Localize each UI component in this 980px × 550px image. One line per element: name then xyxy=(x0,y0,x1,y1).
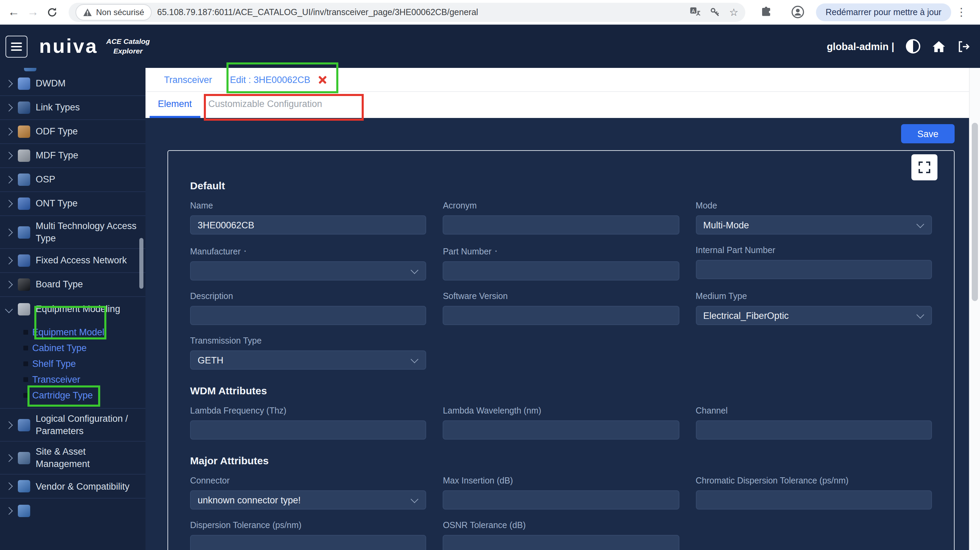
form-row: Lambda Frequency (Thz)Lambda Wavelength … xyxy=(190,406,932,440)
part-number-label: Part Number xyxy=(443,246,679,257)
dispersion-tolerance-ps-nm-input[interactable] xyxy=(190,535,426,550)
osnr-tolerance-db-input[interactable] xyxy=(443,535,679,550)
tab-edit-3he00062cb[interactable]: Edit : 3HE00062CB xyxy=(230,74,327,85)
sidebar-item-ont-type[interactable]: ONT Type xyxy=(0,192,145,216)
lambda-frequency-thz-input[interactable] xyxy=(190,420,426,440)
browser-profile-icon[interactable] xyxy=(788,3,807,21)
sidebar-item-osp[interactable]: OSP xyxy=(0,168,145,192)
sidebar-item-label: Vendor & Compatibility xyxy=(36,480,129,492)
sidebar-item-partial-bottom[interactable] xyxy=(0,499,145,523)
app-title-line2: Explorer xyxy=(107,46,150,55)
reload-icon[interactable] xyxy=(43,3,62,21)
sidebar-item-link-types[interactable]: Link Types xyxy=(0,96,145,120)
lambda-wavelength-nm-input[interactable] xyxy=(443,420,679,440)
close-icon[interactable] xyxy=(318,75,327,84)
security-badge[interactable]: Non sécurisé xyxy=(75,4,152,20)
chevron-right-icon xyxy=(5,482,13,490)
app-body: DWDM Link Types ODF Type MDF Type OSP xyxy=(0,68,980,550)
internal-part-number-input[interactable] xyxy=(695,260,932,279)
page-scrollbar[interactable] xyxy=(969,68,980,550)
field-manufacturer: Manufacturer xyxy=(190,246,426,281)
field-osnr-tolerance-db: OSNR Tolerance (dB) xyxy=(443,520,679,550)
max-insertion-db-input[interactable] xyxy=(443,490,679,510)
chevron-right-icon xyxy=(5,152,13,160)
sidebar-scrollbar[interactable] xyxy=(139,238,143,289)
content: Save DefaultNameAcronymModeMulti-ModeMan… xyxy=(145,118,980,550)
medium-type-select[interactable]: Electrical_FiberOptic xyxy=(695,306,932,325)
svg-text:A: A xyxy=(691,8,695,13)
description-label: Description xyxy=(190,292,426,302)
max-insertion-db-label: Max Insertion (dB) xyxy=(443,476,679,486)
channel-label: Channel xyxy=(695,406,932,416)
sidebar-item-multi-technology-access-type[interactable]: Multi Technology Access Type xyxy=(0,216,145,249)
sidebar-item-cartridge-type[interactable]: Cartridge Type xyxy=(0,387,145,403)
bullet-icon xyxy=(23,377,28,382)
save-button[interactable]: Save xyxy=(901,124,955,143)
hamburger-menu-icon[interactable] xyxy=(5,35,27,57)
app-header: nuiva ACE Catalog Explorer global-admin … xyxy=(0,25,980,68)
header-actions: global-admin | xyxy=(827,39,970,54)
field-name: Name xyxy=(190,201,426,235)
warning-icon xyxy=(83,8,92,16)
sidebar-item-cabinet-type[interactable]: Cabinet Type xyxy=(0,340,145,356)
translate-icon[interactable]: A xyxy=(689,6,700,17)
page-scrollbar-thumb[interactable] xyxy=(972,123,978,301)
mode-select[interactable]: Multi-Mode xyxy=(695,216,932,235)
home-icon[interactable] xyxy=(932,40,946,52)
bullet-icon xyxy=(23,330,28,334)
sidebar-item-transceiver[interactable]: Transceiver xyxy=(0,372,145,387)
fullscreen-button[interactable] xyxy=(912,154,937,181)
browser-menu-icon[interactable]: ⋮ xyxy=(956,5,966,19)
restart-update-button[interactable]: Redémarrer pour mettre à jour xyxy=(816,3,951,21)
name-input[interactable] xyxy=(190,216,426,235)
extensions-icon[interactable] xyxy=(756,3,775,21)
connector-select[interactable]: unknown connector type! xyxy=(190,490,426,510)
tab-customizable-configuration[interactable]: Customizable Configuration xyxy=(200,92,331,118)
url-text[interactable]: 65.108.79.187:6011/ACE_CATALOG_UI/inv/tr… xyxy=(157,7,684,17)
sidebar-item-equipment-modeling[interactable]: Equipment Modeling xyxy=(0,297,145,321)
link-types-icon xyxy=(18,101,30,114)
ont-type-icon xyxy=(18,198,30,210)
sidebar-item-partial-top xyxy=(0,68,145,72)
software-version-input[interactable] xyxy=(443,306,679,325)
key-icon[interactable] xyxy=(709,6,720,17)
mdf-type-icon xyxy=(18,149,30,162)
field-description: Description xyxy=(190,292,426,325)
transmission-type-select[interactable]: GETH xyxy=(190,350,426,369)
tab-element[interactable]: Element xyxy=(150,92,200,118)
manufacturer-select[interactable] xyxy=(190,261,426,281)
chromatic-dispersion-tolerance-ps-nm-input[interactable] xyxy=(695,490,932,510)
sidebar-item-odf-type[interactable]: ODF Type xyxy=(0,120,145,144)
part-number-input[interactable] xyxy=(443,261,679,281)
tab-edit-label: Edit : 3HE00062CB xyxy=(230,74,310,85)
sidebar-item-mdf-type[interactable]: MDF Type xyxy=(0,144,145,168)
back-icon[interactable]: ← xyxy=(4,3,23,21)
sidebar-item-equipment-model[interactable]: Equipment Model xyxy=(0,324,145,340)
bookmark-star-icon[interactable]: ☆ xyxy=(729,7,738,17)
sidebar-item-logical-configuration-parameters[interactable]: Logical Configuration / Parameters xyxy=(0,409,145,442)
description-input[interactable] xyxy=(190,306,426,325)
sidebar-item-site-asset-management[interactable]: Site & Asset Management xyxy=(0,442,145,475)
sidebar-item-vendor-compatibility[interactable]: Vendor & Compatibility xyxy=(0,475,145,499)
sidebar-item-dwdm[interactable]: DWDM xyxy=(0,72,145,96)
theme-contrast-icon[interactable] xyxy=(906,39,920,54)
logout-icon[interactable] xyxy=(957,40,970,52)
sidebar-item-board-type[interactable]: Board Type xyxy=(0,273,145,297)
acronym-input[interactable] xyxy=(443,216,679,235)
sidebar-item-shelf-type[interactable]: Shelf Type xyxy=(0,356,145,372)
osnr-tolerance-db-label: OSNR Tolerance (dB) xyxy=(443,520,679,531)
select-value: Electrical_FiberOptic xyxy=(703,310,789,320)
odf-type-icon xyxy=(18,125,30,138)
logical-configuration-icon xyxy=(18,418,30,431)
sidebar-item-fixed-access-network[interactable]: Fixed Access Network xyxy=(0,249,145,273)
lambda-wavelength-nm-label: Lambda Wavelength (nm) xyxy=(443,406,679,416)
tab-transceiver[interactable]: Transceiver xyxy=(164,74,212,85)
forward-icon[interactable]: → xyxy=(23,3,43,21)
channel-input[interactable] xyxy=(695,420,932,440)
multi-technology-icon xyxy=(18,226,30,238)
url-bar[interactable]: Non sécurisé 65.108.79.187:6011/ACE_CATA… xyxy=(68,2,745,22)
sidebar-item-label: Board Type xyxy=(36,279,83,291)
form-row: NameAcronymModeMulti-Mode xyxy=(190,201,932,235)
manufacturer-label: Manufacturer xyxy=(190,246,426,257)
mode-label: Mode xyxy=(695,201,932,211)
